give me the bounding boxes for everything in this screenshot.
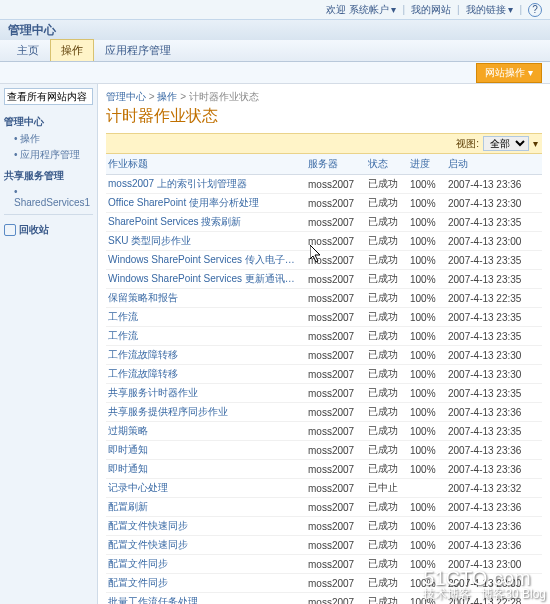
mylinks-menu[interactable]: 我的链接 ▾	[466, 3, 514, 17]
job-timestamp: 2007-4-13 23:35	[446, 251, 542, 270]
breadcrumb: 管理中心 > 操作 > 计时器作业状态	[106, 90, 542, 104]
job-title-link[interactable]: 工作流	[106, 327, 306, 346]
job-progress: 100%	[408, 308, 446, 327]
job-server: moss2007	[306, 175, 366, 194]
job-title-link[interactable]: 工作流故障转移	[106, 365, 306, 384]
table-row: 工作流故障转移moss2007已成功100%2007-4-13 23:30	[106, 346, 542, 365]
job-title-link[interactable]: SharePoint Services 搜索刷新	[106, 213, 306, 232]
recycle-bin-icon	[4, 224, 16, 236]
breadcrumb-current: 计时器作业状态	[189, 91, 259, 102]
job-progress: 100%	[408, 289, 446, 308]
job-status: 已成功	[366, 422, 408, 441]
job-server: moss2007	[306, 289, 366, 308]
table-row: 配置文件快速同步moss2007已成功100%2007-4-13 23:36	[106, 536, 542, 555]
table-row: Windows SharePoint Services 传入电子邮件moss20…	[106, 251, 542, 270]
job-progress: 100%	[408, 346, 446, 365]
table-row: Windows SharePoint Services 更新通讯组列表状态mos…	[106, 270, 542, 289]
recycle-bin-link[interactable]: 回收站	[4, 223, 93, 237]
job-status: 已成功	[366, 517, 408, 536]
sidebar-item-ssp1[interactable]: • SharedServices1	[4, 185, 93, 209]
job-title-link[interactable]: 配置文件快速同步	[106, 536, 306, 555]
tab-appmgmt[interactable]: 应用程序管理	[94, 39, 182, 61]
job-title-link[interactable]: 配置刷新	[106, 498, 306, 517]
job-title-link[interactable]: Office SharePoint 使用率分析处理	[106, 194, 306, 213]
job-progress: 100%	[408, 194, 446, 213]
job-server: moss2007	[306, 213, 366, 232]
job-server: moss2007	[306, 365, 366, 384]
job-progress: 100%	[408, 232, 446, 251]
job-title-link[interactable]: 配置文件同步	[106, 555, 306, 574]
job-title-link[interactable]: 过期策略	[106, 422, 306, 441]
help-icon[interactable]: ?	[528, 3, 542, 17]
job-title-link[interactable]: 批量工作流任务处理	[106, 593, 306, 605]
view-all-content-link[interactable]	[4, 88, 93, 105]
job-timestamp: 2007-4-13 22:35	[446, 289, 542, 308]
view-select[interactable]: 全部	[483, 136, 529, 151]
job-server: moss2007	[306, 593, 366, 605]
col-status[interactable]: 状态	[366, 154, 408, 175]
table-row: 保留策略和报告moss2007已成功100%2007-4-13 22:35	[106, 289, 542, 308]
job-progress: 100%	[408, 517, 446, 536]
action-bar: 网站操作 ▾	[0, 62, 550, 84]
job-title-link[interactable]: 记录中心处理	[106, 479, 306, 498]
job-title-link[interactable]: 共享服务计时器作业	[106, 384, 306, 403]
job-title-link[interactable]: Windows SharePoint Services 更新通讯组列表状态	[106, 270, 306, 289]
col-server[interactable]: 服务器	[306, 154, 366, 175]
job-title-link[interactable]: Windows SharePoint Services 传入电子邮件	[106, 251, 306, 270]
job-title-link[interactable]: 即时通知	[106, 460, 306, 479]
job-timestamp: 2007-4-13 23:00	[446, 574, 542, 593]
job-timestamp: 2007-4-13 23:36	[446, 517, 542, 536]
job-timestamp: 2007-4-13 23:30	[446, 194, 542, 213]
breadcrumb-ops[interactable]: 操作	[157, 91, 177, 102]
job-status: 已成功	[366, 289, 408, 308]
job-status: 已成功	[366, 270, 408, 289]
job-title-link[interactable]: 工作流	[106, 308, 306, 327]
page-title: 计时器作业状态	[106, 106, 542, 127]
mysite-link[interactable]: 我的网站	[411, 3, 451, 17]
job-status: 已成功	[366, 175, 408, 194]
col-jobtitle[interactable]: 作业标题	[106, 154, 306, 175]
table-header-row: 作业标题 服务器 状态 进度 启动	[106, 154, 542, 175]
sidebar-section-ssp: 共享服务管理	[4, 169, 93, 183]
job-timestamp: 2007-4-13 23:00	[446, 555, 542, 574]
view-selector-row: 视图: 全部 ▾	[106, 133, 542, 154]
job-server: moss2007	[306, 422, 366, 441]
job-title-link[interactable]: 工作流故障转移	[106, 346, 306, 365]
job-timestamp: 2007-4-13 23:30	[446, 346, 542, 365]
job-title-link[interactable]: SKU 类型同步作业	[106, 232, 306, 251]
separator: |	[519, 4, 522, 15]
job-progress: 100%	[408, 460, 446, 479]
job-server: moss2007	[306, 346, 366, 365]
job-status: 已成功	[366, 213, 408, 232]
col-started[interactable]: 启动	[446, 154, 542, 175]
job-status: 已成功	[366, 593, 408, 605]
job-title-link[interactable]: 即时通知	[106, 441, 306, 460]
job-timestamp: 2007-4-13 23:35	[446, 327, 542, 346]
welcome-menu[interactable]: 欢迎 系统帐户 ▾	[326, 3, 397, 17]
breadcrumb-root[interactable]: 管理中心	[106, 91, 146, 102]
view-dropdown-icon[interactable]: ▾	[533, 138, 538, 149]
tab-operations[interactable]: 操作	[50, 39, 94, 61]
job-status: 已成功	[366, 327, 408, 346]
job-title-link[interactable]: moss2007 上的索引计划管理器	[106, 175, 306, 194]
job-status: 已成功	[366, 403, 408, 422]
col-progress[interactable]: 进度	[408, 154, 446, 175]
job-server: moss2007	[306, 194, 366, 213]
job-status: 已成功	[366, 232, 408, 251]
separator: |	[402, 4, 405, 15]
job-title-link[interactable]: 保留策略和报告	[106, 289, 306, 308]
site-actions-menu[interactable]: 网站操作 ▾	[476, 63, 542, 83]
table-row: SharePoint Services 搜索刷新moss2007已成功100%2…	[106, 213, 542, 232]
job-title-link[interactable]: 配置文件快速同步	[106, 517, 306, 536]
job-timestamp: 2007-4-13 23:35	[446, 270, 542, 289]
job-server: moss2007	[306, 460, 366, 479]
job-progress: 100%	[408, 536, 446, 555]
sidebar-item-operations[interactable]: • 操作	[4, 131, 93, 147]
tab-home[interactable]: 主页	[6, 39, 50, 61]
job-server: moss2007	[306, 308, 366, 327]
job-title-link[interactable]: 配置文件同步	[106, 574, 306, 593]
job-server: moss2007	[306, 251, 366, 270]
sidebar-divider	[4, 214, 93, 215]
sidebar-item-appmgmt[interactable]: • 应用程序管理	[4, 147, 93, 163]
job-title-link[interactable]: 共享服务提供程序同步作业	[106, 403, 306, 422]
